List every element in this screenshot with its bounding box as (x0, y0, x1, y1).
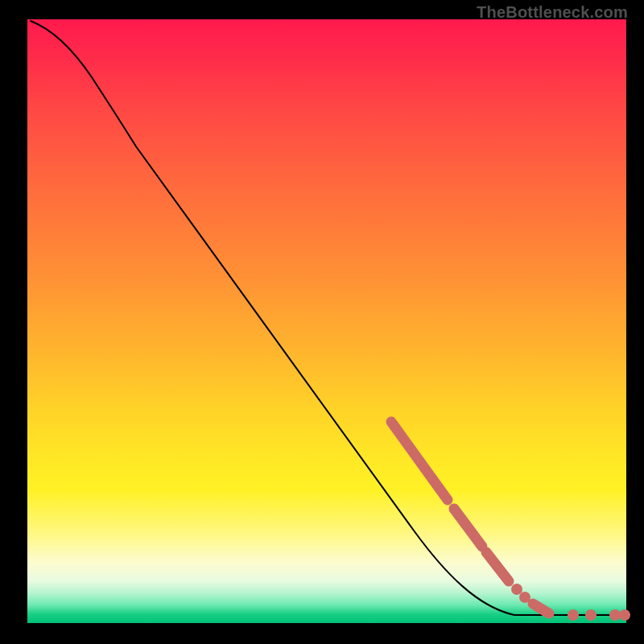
watermark-text: TheBottleneck.com (477, 3, 628, 22)
marker-cluster-a (391, 422, 448, 500)
curve-svg (27, 19, 626, 623)
chart-frame: TheBottleneck.com (0, 0, 644, 644)
marker-cluster-c (486, 552, 509, 581)
marker-cluster-b (454, 509, 482, 547)
marker-flat-j (619, 609, 630, 621)
marker-cluster-f (533, 604, 549, 613)
bottleneck-curve (31, 21, 625, 615)
marker-flat-i (609, 609, 621, 621)
plot-area (27, 19, 626, 623)
marker-flat-h (585, 609, 597, 621)
marker-flat-g (568, 609, 579, 621)
marker-point-d (511, 584, 522, 595)
